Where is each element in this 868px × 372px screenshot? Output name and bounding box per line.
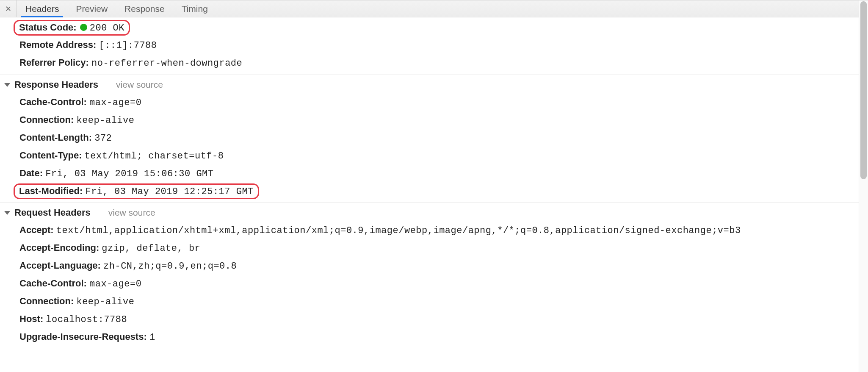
remote-address-value: [::1]:7788 <box>99 40 157 51</box>
resp-last-modified-value: Fri, 03 May 2019 12:25:17 GMT <box>85 186 253 197</box>
referrer-policy-row: Referrer Policy: no-referrer-when-downgr… <box>0 54 859 72</box>
tab-response[interactable]: Response <box>116 0 173 17</box>
content-column: ✕ Headers Preview Response Timing Status… <box>0 0 859 372</box>
status-code-label: Status Code: <box>19 22 77 33</box>
req-connection-label: Connection: <box>19 296 74 306</box>
referrer-policy-label: Referrer Policy: <box>19 57 89 68</box>
resp-cache-control-label: Cache-Control: <box>19 97 87 107</box>
req-accept-language-label: Accept-Language: <box>19 260 101 271</box>
req-connection: Connection: keep-alive <box>0 293 859 311</box>
resp-content-type-label: Content-Type: <box>19 150 82 161</box>
highlight-last-modified: Last-Modified: Fri, 03 May 2019 12:25:17… <box>14 183 259 199</box>
resp-last-modified: Last-Modified: Fri, 03 May 2019 12:25:17… <box>0 183 859 200</box>
remote-address-label: Remote Address: <box>19 39 96 50</box>
status-dot-icon <box>80 24 87 31</box>
remote-address-row: Remote Address: [::1]:7788 <box>0 36 859 54</box>
resp-date-label: Date: <box>19 168 43 178</box>
vertical-scrollbar[interactable] <box>859 0 868 372</box>
req-cache-control-label: Cache-Control: <box>19 278 87 289</box>
req-host-label: Host: <box>19 314 43 324</box>
tab-preview[interactable]: Preview <box>67 0 116 17</box>
status-code-row: Status Code: 200 OK <box>0 19 859 36</box>
response-headers-section[interactable]: Response Headers view source <box>0 75 859 94</box>
req-connection-value: keep-alive <box>76 297 134 307</box>
resp-connection: Connection: keep-alive <box>0 111 859 129</box>
devtools-headers-panel: ✕ Headers Preview Response Timing Status… <box>0 0 868 372</box>
chevron-down-icon <box>4 211 10 215</box>
req-accept-language: Accept-Language: zh-CN,zh;q=0.9,en;q=0.8 <box>0 257 859 275</box>
req-host: Host: localhost:7788 <box>0 311 859 328</box>
resp-content-type-value: text/html; charset=utf-8 <box>85 151 224 161</box>
req-accept-encoding-value: gzip, deflate, br <box>102 243 200 254</box>
resp-cache-control-value: max-age=0 <box>89 97 141 108</box>
response-view-source[interactable]: view source <box>116 80 163 90</box>
req-upgrade-insecure-label: Upgrade-Insecure-Requests: <box>19 331 147 342</box>
request-headers-section[interactable]: Request Headers view source <box>0 203 859 222</box>
request-view-source[interactable]: view source <box>108 208 155 218</box>
detail-tabbar: ✕ Headers Preview Response Timing <box>0 0 859 17</box>
resp-date-value: Fri, 03 May 2019 15:06:30 GMT <box>45 169 213 179</box>
resp-connection-label: Connection: <box>19 114 74 125</box>
resp-last-modified-label: Last-Modified: <box>19 186 83 196</box>
req-accept-encoding: Accept-Encoding: gzip, deflate, br <box>0 239 859 257</box>
resp-content-length: Content-Length: 372 <box>0 129 859 147</box>
resp-content-length-value: 372 <box>94 133 112 144</box>
highlight-status: Status Code: 200 OK <box>14 20 130 36</box>
resp-cache-control: Cache-Control: max-age=0 <box>0 94 859 111</box>
req-accept-value: text/html,application/xhtml+xml,applicat… <box>56 225 741 236</box>
status-code-value: 200 OK <box>90 23 124 33</box>
chevron-down-icon <box>4 83 10 87</box>
resp-connection-value: keep-alive <box>76 115 134 126</box>
req-cache-control: Cache-Control: max-age=0 <box>0 275 859 293</box>
req-cache-control-value: max-age=0 <box>89 279 141 289</box>
req-host-value: localhost:7788 <box>46 314 127 325</box>
tab-headers[interactable]: Headers <box>17 0 67 17</box>
resp-content-type: Content-Type: text/html; charset=utf-8 <box>0 147 859 165</box>
tab-timing[interactable]: Timing <box>173 0 216 17</box>
scrollbar-thumb[interactable] <box>860 1 867 179</box>
req-upgrade-insecure: Upgrade-Insecure-Requests: 1 <box>0 328 859 346</box>
close-icon[interactable]: ✕ <box>0 0 17 17</box>
resp-content-length-label: Content-Length: <box>19 132 92 143</box>
response-headers-title: Response Headers <box>14 79 98 90</box>
req-accept-encoding-label: Accept-Encoding: <box>19 242 99 253</box>
resp-date: Date: Fri, 03 May 2019 15:06:30 GMT <box>0 165 859 183</box>
req-accept-language-value: zh-CN,zh;q=0.9,en;q=0.8 <box>103 261 237 272</box>
req-upgrade-insecure-value: 1 <box>149 332 155 343</box>
request-headers-title: Request Headers <box>14 207 91 218</box>
req-accept: Accept: text/html,application/xhtml+xml,… <box>0 222 859 239</box>
headers-pane: Status Code: 200 OK Remote Address: [::1… <box>0 17 859 346</box>
referrer-policy-value: no-referrer-when-downgrade <box>91 58 242 69</box>
req-accept-label: Accept: <box>19 225 54 235</box>
